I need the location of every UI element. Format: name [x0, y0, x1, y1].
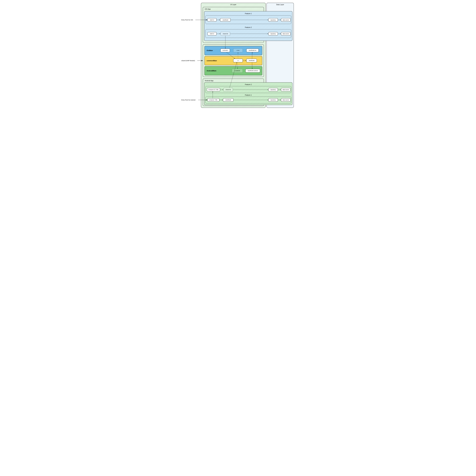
android-f1-repo: repository — [271, 99, 276, 101]
android-app-title: Android App — [205, 80, 213, 82]
iosmain-controller: controoler — [222, 50, 228, 51]
ios-f1-repo: repository — [271, 19, 276, 21]
ui-layer-title: UI Layer — [230, 4, 236, 5]
androidmain-vmandroid: viewModel.android — [248, 70, 258, 71]
android-f1-compose: compose / XML — [209, 99, 218, 101]
android-f2-datasource: data source — [283, 89, 289, 90]
data-layer-title: Data Layer — [276, 4, 284, 5]
ios-f1-viewmodel: viewModel — [222, 19, 228, 21]
architecture-diagram: UI Layer Data Layer iOS App Feature 1 Sw… — [181, 2, 295, 109]
iosmain-vmios: viewModel.ios — [249, 50, 256, 51]
iosmain-uiios: ui.ios — [237, 50, 239, 51]
entry-android-label: Entry Point for Android — [181, 99, 195, 101]
commonmain-vm: viewModel — [249, 60, 254, 61]
iosmain-title: iOsMain — [206, 50, 213, 51]
commonmain-ui: ui — [238, 60, 238, 61]
androidmain-uiandroid: ui.android — [235, 70, 240, 71]
ios-f2-datasource: data source — [283, 33, 289, 34]
ios-feature2-title: Feature 2 — [245, 26, 252, 28]
android-feature2-title: Feature 2 — [245, 84, 252, 85]
ios-f2-swiftui: Swift UI — [210, 33, 214, 34]
android-f2-repo: repository — [271, 89, 276, 90]
android-f2-compose: Compose UI / XML — [208, 89, 219, 90]
android-f1-viewmodel: viewModel — [225, 99, 231, 101]
ios-f2-repo: repository — [271, 33, 276, 34]
android-f2-sharedlib: shared lib — [225, 89, 231, 90]
ios-feature1-title: Feature 1 — [245, 13, 252, 15]
entry-ios-label: Entry Point for iOS — [181, 19, 193, 21]
android-feature1-title: Feature 1 — [245, 94, 252, 96]
shared-kmp-label: shared (KMP Module) — [181, 60, 195, 61]
commonmain-title: commonMain — [206, 60, 217, 62]
ios-f2-sharedlib: shared lib — [223, 33, 228, 34]
ios-app-title: iOS App — [205, 8, 211, 10]
androidmain-title: AndroidMain — [206, 70, 216, 72]
ios-f1-swiftui: Swift UI — [210, 19, 214, 21]
ios-features-box — [204, 11, 292, 41]
android-f1-datasource: data source — [283, 99, 289, 101]
ios-f1-datasource: data source — [283, 19, 289, 21]
